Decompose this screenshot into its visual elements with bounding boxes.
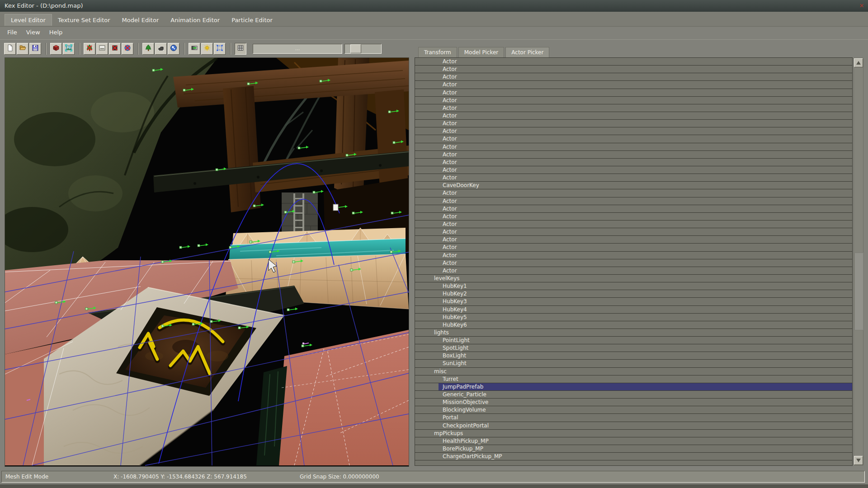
toolbar-separator (138, 43, 139, 55)
3d-viewport[interactable] (5, 57, 409, 467)
gradient-texture-icon (191, 44, 198, 53)
selection-box-button[interactable] (214, 43, 226, 55)
tab-transform[interactable]: Transform (418, 47, 457, 57)
list-item-healthpickup-mp[interactable]: HealthPickup_MP (415, 437, 852, 445)
close-icon[interactable]: ✕ (858, 2, 866, 10)
save-file-icon (32, 44, 39, 53)
sun-light-button[interactable] (201, 43, 213, 55)
list-scrollbar[interactable] (854, 58, 863, 465)
list-item-actor[interactable]: Actor (415, 197, 852, 205)
list-item-actor[interactable]: Actor (415, 81, 852, 89)
open-file-button[interactable] (17, 43, 28, 55)
list-item-actor[interactable]: Actor (415, 174, 852, 182)
scroll-thumb[interactable] (854, 253, 863, 330)
list-item-actor[interactable]: Actor (415, 267, 852, 275)
zoom-slider-thumb[interactable] (350, 44, 361, 53)
menu-view[interactable]: View (22, 27, 45, 38)
list-item-cavedoorkey[interactable]: CaveDoorKey (415, 182, 852, 189)
list-item-actor[interactable]: Actor (415, 221, 852, 228)
list-item-actor[interactable]: Actor (415, 244, 852, 251)
list-item-blockingvolume[interactable]: BlockingVolume (415, 406, 852, 414)
list-item-pointlight[interactable]: PointLight (415, 337, 852, 344)
editor-tab-texture-set-editor[interactable]: Texture Set Editor (52, 14, 116, 26)
delete-tree-button[interactable] (84, 43, 95, 55)
delete-texture-icon (111, 44, 118, 53)
list-item-actor[interactable]: Actor (415, 58, 852, 66)
list-item-mppickups[interactable]: mpPickups (415, 430, 852, 437)
status-coordinates: X: -1608.790405 Y: -1534.684326 Z: 567.9… (113, 471, 247, 482)
editor-tab-level-editor[interactable]: Level Editor (5, 14, 52, 26)
model-cube-icon (52, 44, 60, 53)
list-item-boxlight[interactable]: BoxLight (415, 352, 852, 360)
list-item-hubkey3[interactable]: HubKey3 (415, 298, 852, 305)
add-tree-button[interactable] (142, 43, 154, 55)
scroll-down-button[interactable] (854, 456, 863, 465)
list-item-actor[interactable]: Actor (415, 89, 852, 97)
menu-file[interactable]: File (3, 27, 22, 38)
list-item-actor[interactable]: Actor (415, 159, 852, 166)
new-file-icon (6, 44, 14, 53)
list-item-actor[interactable]: Actor (415, 213, 852, 221)
list-item-hubkey6[interactable]: HubKey6 (415, 321, 852, 329)
list-item-sunlight[interactable]: SunLight (415, 360, 852, 367)
list-item-actor[interactable]: Actor (415, 236, 852, 244)
geometry-tool-icon (157, 44, 165, 53)
list-item-portal[interactable]: Portal (415, 414, 852, 422)
list-item-actor[interactable]: Actor (415, 135, 852, 143)
list-item-jumppadprefab-selected[interactable]: JumpPadPrefab (415, 383, 852, 391)
list-item-actor[interactable]: Actor (415, 228, 852, 236)
list-item-actor[interactable]: Actor (415, 151, 852, 159)
list-item-actor[interactable]: Actor (415, 127, 852, 135)
editor-tab-particle-editor[interactable]: Particle Editor (226, 14, 278, 26)
list-item-actor[interactable]: Actor (415, 189, 852, 197)
menu-bar: FileViewHelp (0, 27, 868, 39)
list-item-checkpointportal[interactable]: CheckpointPortal (415, 422, 852, 430)
list-item-actor[interactable]: Actor (415, 97, 852, 104)
list-item-turret[interactable]: Turret (415, 375, 852, 383)
screen-panel-button[interactable] (96, 43, 108, 55)
list-item-actor[interactable]: Actor (415, 166, 852, 174)
tab-model-picker[interactable]: Model Picker (458, 47, 505, 57)
list-item-hubkey5[interactable]: HubKey5 (415, 314, 852, 321)
orbit-camera-button[interactable] (168, 43, 179, 55)
list-item-actor[interactable]: Actor (415, 104, 852, 112)
list-item-actor[interactable]: Actor (415, 112, 852, 120)
list-item-hubkey1[interactable]: HubKey1 (415, 282, 852, 290)
tab-actor-picker[interactable]: Actor Picker (505, 47, 549, 57)
list-item-actor[interactable]: Actor (415, 143, 852, 151)
save-file-button[interactable] (29, 43, 41, 55)
list-item-chargedartpickup-mp[interactable]: ChargeDartPickup_MP (415, 453, 852, 460)
list-item-borepickup-mp[interactable]: BorePickup_MP (415, 445, 852, 453)
gradient-texture-button[interactable] (189, 43, 200, 55)
list-item-actor[interactable]: Actor (415, 252, 852, 259)
grid-toggle-button[interactable] (235, 43, 246, 55)
list-item-actor[interactable]: Actor (415, 73, 852, 81)
list-item-generic-particle[interactable]: Generic_Particle (415, 391, 852, 399)
scroll-up-button[interactable] (854, 58, 863, 67)
texture-preview-bar[interactable]: ... (253, 44, 342, 54)
delete-actor-button[interactable] (122, 43, 133, 55)
list-item-actor[interactable]: Actor (415, 205, 852, 213)
status-bar: Mesh Edit Mode X: -1608.790405 Y: -1534.… (0, 469, 868, 484)
list-item-lights[interactable]: lights (415, 329, 852, 337)
list-item-hubkey4[interactable]: HubKey4 (415, 306, 852, 314)
list-item-actor[interactable]: Actor (415, 259, 852, 267)
delete-texture-button[interactable] (109, 43, 121, 55)
list-item-spotlight[interactable]: SpotLight (415, 344, 852, 352)
model-cube-button[interactable] (50, 43, 62, 55)
list-item-levelkeys[interactable]: levelKeys (415, 275, 852, 282)
toolbar-separator (79, 43, 80, 55)
editor-tab-model-editor[interactable]: Model Editor (116, 14, 165, 26)
list-item-misc[interactable]: misc (415, 368, 852, 375)
list-item-hubkey2[interactable]: HubKey2 (415, 290, 852, 298)
editor-tab-animation-editor[interactable]: Animation Editor (165, 14, 226, 26)
new-file-button[interactable] (4, 43, 16, 55)
list-item-missionobjective[interactable]: MissionObjective (415, 399, 852, 406)
menu-help[interactable]: Help (45, 27, 67, 38)
texture-image-button[interactable] (63, 43, 75, 55)
zoom-slider[interactable] (344, 44, 382, 54)
geometry-tool-button[interactable] (155, 43, 167, 55)
list-item-actor[interactable]: Actor (415, 66, 852, 73)
list-item-actor[interactable]: Actor (415, 120, 852, 127)
add-tree-icon (145, 44, 152, 53)
